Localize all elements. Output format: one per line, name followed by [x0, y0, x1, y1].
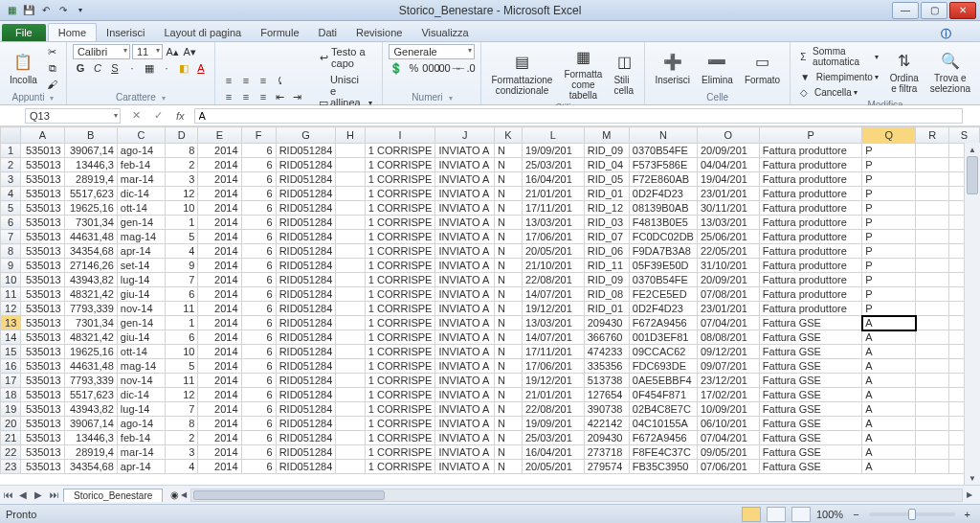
cell-H5[interactable] — [336, 201, 366, 216]
cell-I19[interactable]: 1 CORRISPE — [365, 402, 435, 417]
scroll-up-icon[interactable]: ▲ — [965, 143, 980, 156]
cell-P7[interactable]: Fattura produttore — [759, 230, 862, 244]
cell-R12[interactable] — [916, 302, 949, 316]
cell-I22[interactable]: 1 CORRISPE — [365, 445, 435, 460]
cell-R14[interactable] — [916, 330, 949, 345]
table-row[interactable]: 65350137301,34gen-14120146RID0512841 COR… — [1, 216, 980, 230]
table-row[interactable]: 1153501348321,42giu-14620146RID0512841 C… — [1, 287, 980, 302]
cell-H2[interactable] — [336, 158, 366, 172]
cell-P8[interactable]: Fattura produttore — [759, 244, 862, 259]
cell-Q2[interactable]: P — [862, 158, 916, 172]
cell-I18[interactable]: 1 CORRISPE — [365, 388, 435, 402]
cell-I11[interactable]: 1 CORRISPE — [365, 287, 435, 302]
cell-N15[interactable]: 09CCAC62 — [629, 345, 697, 359]
cell-C15[interactable]: ott-14 — [117, 345, 165, 359]
spreadsheet-grid[interactable]: ABCDEFGHIJKLMNOPQRS153501339067,14ago-14… — [0, 126, 980, 485]
cell-L19[interactable]: 22/08/201 — [522, 402, 584, 417]
table-row[interactable]: 45350135517,623dic-141220146RID0512841 C… — [1, 187, 980, 201]
row-header-8[interactable]: 8 — [1, 244, 21, 259]
cell-M21[interactable]: 209430 — [584, 431, 629, 445]
cell-K1[interactable]: N — [494, 144, 522, 158]
cell-G8[interactable]: RID051284 — [276, 244, 336, 259]
cell-I2[interactable]: 1 CORRISPE — [365, 158, 435, 172]
cell-N23[interactable]: FB35C3950 — [629, 460, 697, 474]
cell-P21[interactable]: Fattura GSE — [759, 431, 862, 445]
cell-H10[interactable] — [336, 273, 366, 287]
cell-D14[interactable]: 6 — [165, 330, 198, 345]
page-break-view-button[interactable] — [791, 507, 811, 522]
cell-M17[interactable]: 513738 — [584, 374, 629, 388]
row-header-5[interactable]: 5 — [1, 201, 21, 216]
cell-B16[interactable]: 44631,48 — [64, 359, 117, 374]
cell-Q16[interactable]: A — [862, 359, 916, 374]
cell-A15[interactable]: 535013 — [21, 345, 64, 359]
cell-L17[interactable]: 19/12/201 — [522, 374, 584, 388]
cell-A4[interactable]: 535013 — [21, 187, 64, 201]
cell-N21[interactable]: F672A9456 — [629, 431, 697, 445]
cell-R7[interactable] — [916, 230, 949, 244]
cell-N9[interactable]: 05F39E50D — [629, 259, 697, 273]
cell-Q3[interactable]: P — [862, 172, 916, 187]
cell-N19[interactable]: 02B4C8E7C — [629, 402, 697, 417]
col-header-G[interactable]: G — [276, 127, 336, 144]
cell-P14[interactable]: Fattura GSE — [759, 330, 862, 345]
indent-increase-icon[interactable]: ⇥ — [290, 89, 305, 104]
cell-O5[interactable]: 30/11/201 — [697, 201, 759, 216]
cell-F15[interactable]: 6 — [241, 345, 276, 359]
cell-Q20[interactable]: A — [862, 417, 916, 431]
cell-L7[interactable]: 17/06/201 — [522, 230, 584, 244]
row-header-16[interactable]: 16 — [1, 359, 21, 374]
row-header-14[interactable]: 14 — [1, 330, 21, 345]
cell-F13[interactable]: 6 — [241, 316, 276, 330]
tab-file[interactable]: File — [2, 24, 46, 41]
table-row[interactable]: 2153501313446,3feb-14220146RID0512841 CO… — [1, 431, 980, 445]
cell-F12[interactable]: 6 — [241, 302, 276, 316]
prev-sheet-icon[interactable]: ◀ — [15, 488, 31, 502]
tab-layout[interactable]: Layout di pagina — [154, 24, 251, 41]
cell-H18[interactable] — [336, 388, 366, 402]
cell-D8[interactable]: 4 — [165, 244, 198, 259]
cell-D1[interactable]: 8 — [165, 144, 198, 158]
cell-O8[interactable]: 22/05/201 — [697, 244, 759, 259]
cell-M19[interactable]: 390738 — [584, 402, 629, 417]
cell-R10[interactable] — [916, 273, 949, 287]
cell-B10[interactable]: 43943,82 — [64, 273, 117, 287]
cell-I17[interactable]: 1 CORRISPE — [365, 374, 435, 388]
cell-A2[interactable]: 535013 — [21, 158, 64, 172]
cell-A12[interactable]: 535013 — [21, 302, 64, 316]
cell-J22[interactable]: INVIATO A — [435, 445, 494, 460]
row-header-20[interactable]: 20 — [1, 417, 21, 431]
cell-H19[interactable] — [336, 402, 366, 417]
increase-decimal-icon[interactable]: .00→ — [440, 60, 456, 76]
cell-Q19[interactable]: A — [862, 402, 916, 417]
cell-M15[interactable]: 474233 — [584, 345, 629, 359]
col-header-K[interactable]: K — [494, 127, 522, 144]
cell-C14[interactable]: giu-14 — [117, 330, 165, 345]
cell-Q23[interactable]: A — [862, 460, 916, 474]
cell-M22[interactable]: 273718 — [584, 445, 629, 460]
cell-M6[interactable]: RID_03 — [584, 216, 629, 230]
cell-Q1[interactable]: P — [862, 144, 916, 158]
cell-O16[interactable]: 09/07/201 — [697, 359, 759, 374]
cell-N10[interactable]: 0370B54FE — [629, 273, 697, 287]
decrease-decimal-icon[interactable]: ←.0 — [457, 60, 473, 76]
cell-I10[interactable]: 1 CORRISPE — [365, 273, 435, 287]
cell-L11[interactable]: 14/07/201 — [522, 287, 584, 302]
cell-P15[interactable]: Fattura GSE — [759, 345, 862, 359]
cell-H23[interactable] — [336, 460, 366, 474]
cell-D11[interactable]: 6 — [165, 287, 198, 302]
cell-F4[interactable]: 6 — [241, 187, 276, 201]
cell-O4[interactable]: 23/01/201 — [697, 187, 759, 201]
row-header-15[interactable]: 15 — [1, 345, 21, 359]
insert-cells-button[interactable]: ➕Inserisci — [651, 50, 694, 87]
cell-A22[interactable]: 535013 — [21, 445, 64, 460]
zoom-slider[interactable] — [869, 512, 955, 516]
number-launcher-icon[interactable] — [447, 92, 453, 102]
col-header-N[interactable]: N — [629, 127, 697, 144]
enter-formula-icon[interactable]: ✓ — [150, 107, 167, 124]
cell-J7[interactable]: INVIATO A — [435, 230, 494, 244]
cell-K4[interactable]: N — [494, 187, 522, 201]
vertical-scrollbar[interactable]: ▲ ▼ — [964, 143, 980, 485]
col-header-R[interactable]: R — [916, 127, 949, 144]
col-header-Q[interactable]: Q — [862, 127, 916, 144]
